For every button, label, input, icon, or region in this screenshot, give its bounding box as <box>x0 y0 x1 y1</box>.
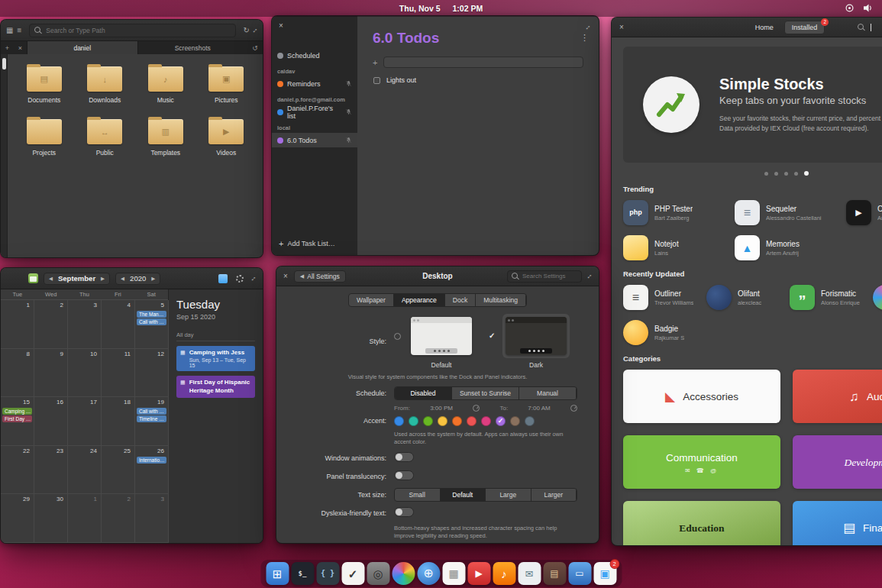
event-chip[interactable]: The Man… <box>137 311 166 318</box>
refresh-icon[interactable]: ↻ <box>244 26 250 34</box>
tasklist-item[interactable]: local <box>272 123 357 133</box>
close-window-icon[interactable]: × <box>283 272 288 280</box>
category-card[interactable]: ♫ Audio <box>793 370 882 423</box>
accent-color-swatch[interactable] <box>394 416 404 426</box>
calendar-day-cell[interactable]: 26 Internatio… <box>135 446 169 495</box>
carousel-dot[interactable] <box>794 172 798 176</box>
app-list-item[interactable]: php PHP TesterBart Zaalberg <box>623 200 727 225</box>
tasklist-item[interactable]: caldav <box>272 66 357 76</box>
tasklist-item[interactable]: Scheduled <box>272 48 357 63</box>
new-task-input[interactable] <box>383 57 583 68</box>
expand-window-icon[interactable]: ↕ <box>584 23 593 31</box>
agenda-event-card[interactable]: First Day of Hispanic Heritage Month <box>176 376 255 398</box>
folder-item[interactable]: Projects <box>15 119 73 157</box>
calendar-day-cell[interactable]: 10 <box>68 349 102 398</box>
calendar-day-cell[interactable]: 16 <box>34 397 68 446</box>
calendar-day-cell[interactable]: 30 <box>34 494 68 543</box>
calendar-day-cell[interactable]: 9 <box>34 349 68 398</box>
calendar-day-cell[interactable]: 2 <box>102 494 135 543</box>
close-window-icon[interactable]: × <box>619 23 624 31</box>
category-card[interactable]: ▤ Finance <box>793 501 882 546</box>
style-option[interactable]: Dark <box>489 314 570 369</box>
accent-color-swatch[interactable] <box>452 416 462 426</box>
dock-music-icon[interactable]: ♪ <box>493 562 515 585</box>
app-list-item[interactable]: NotejotLains <box>623 235 727 260</box>
text-size-option[interactable]: Larger <box>531 489 577 501</box>
settings-tab[interactable]: Multitasking <box>476 294 526 306</box>
settings-tab[interactable]: Dock <box>445 294 476 306</box>
dock-web-icon[interactable]: ⊕ <box>417 562 440 585</box>
style-option[interactable]: Default <box>394 314 475 369</box>
prev-year-icon[interactable]: ◀ <box>119 274 126 283</box>
dock-mail-icon[interactable]: ✉ <box>518 562 541 585</box>
files-pathbar[interactable] <box>29 24 235 37</box>
panel-translucency-toggle[interactable] <box>394 470 414 480</box>
grid-view-icon[interactable]: ▦ <box>6 26 13 34</box>
calendar-day-cell[interactable]: 19 Call with … Timeline … <box>135 397 169 446</box>
files-tab[interactable]: Screenshots <box>137 41 248 54</box>
carousel-dot[interactable] <box>774 172 778 176</box>
schedule-option[interactable]: Disabled <box>395 387 452 399</box>
settings-tab[interactable]: Appearance <box>394 294 445 306</box>
expand-window-icon[interactable]: ↕ <box>586 272 594 280</box>
carousel-dot[interactable] <box>784 172 788 176</box>
settings-search[interactable] <box>507 270 582 283</box>
appcenter-nav-tab[interactable]: Home <box>748 21 780 34</box>
indicator-status-icon[interactable] <box>845 2 854 15</box>
calendar-day-cell[interactable]: 11 <box>102 349 135 398</box>
prev-month-icon[interactable]: ◀ <box>47 274 54 283</box>
app-list-item[interactable]: BadgieRajkumar S <box>623 320 700 345</box>
tasklist-item[interactable]: 6.0 Todos <box>272 133 357 147</box>
accent-color-swatch[interactable] <box>467 416 477 426</box>
from-time-value[interactable]: 3:00 PM <box>430 405 453 412</box>
tasklist-item[interactable]: Reminders <box>272 76 357 91</box>
calendar-day-cell[interactable]: 3 <box>68 300 102 349</box>
dock-screenshot-icon[interactable]: ▭ <box>568 562 591 585</box>
settings-tab[interactable]: Wallpaper <box>349 294 394 306</box>
tab-history-icon[interactable]: ↺ <box>247 44 263 52</box>
calendar-day-cell[interactable]: 24 <box>68 446 102 495</box>
accent-color-swatch[interactable] <box>409 416 418 426</box>
carousel-dot[interactable] <box>804 171 809 176</box>
dock-tasks-icon[interactable]: ✓ <box>341 562 364 585</box>
dock-multitasking-icon[interactable]: ⊞ <box>266 562 289 585</box>
close-tab-button[interactable]: × <box>14 44 27 52</box>
app-list-item[interactable]: ≡ SequelerAlessandro Castellani <box>735 200 838 225</box>
files-path-input[interactable] <box>46 27 230 34</box>
dock-camera-icon[interactable]: ◎ <box>367 562 389 585</box>
accent-color-swatch[interactable] <box>481 416 491 426</box>
category-card[interactable]: Communication ✉ ☎ @ <box>623 435 780 489</box>
folder-item[interactable]: ▶ Videos <box>198 119 256 157</box>
sound-icon[interactable] <box>864 2 873 15</box>
event-chip[interactable]: Call with … <box>137 318 166 325</box>
carousel-dot[interactable] <box>764 172 768 176</box>
event-chip[interactable]: First Day … <box>2 415 32 422</box>
accent-color-swatch[interactable] <box>525 416 535 426</box>
list-view-icon[interactable]: ≡ <box>17 26 21 34</box>
files-sidebar-collapsed[interactable] <box>1 54 8 257</box>
app-list-item[interactable]: ≡ OutlinerTrevor Williams <box>623 285 700 310</box>
dock-appcenter-icon[interactable] <box>392 562 415 585</box>
event-chip[interactable]: Timeline … <box>137 415 166 422</box>
window-animations-toggle[interactable] <box>394 452 414 462</box>
event-chip[interactable]: Call with … <box>137 408 166 415</box>
text-size-option[interactable]: Small <box>395 489 441 501</box>
gear-icon[interactable] <box>236 275 244 283</box>
dyslexia-toggle[interactable] <box>394 507 414 517</box>
calendar-day-cell[interactable]: 18 <box>102 397 135 446</box>
app-list-item[interactable] <box>873 285 882 310</box>
folder-item[interactable]: ↓ Downloads <box>76 66 134 104</box>
calendar-day-cell[interactable]: 23 <box>34 446 68 495</box>
style-radio[interactable] <box>394 333 401 340</box>
folder-item[interactable]: ♪ Music <box>137 66 195 104</box>
folder-item[interactable]: ▤ Documents <box>15 66 73 104</box>
today-icon[interactable] <box>218 274 228 283</box>
text-size-option[interactable]: Large <box>486 489 531 501</box>
appcenter-search[interactable] <box>858 24 871 31</box>
calendar-day-cell[interactable]: 25 <box>102 446 135 495</box>
kebab-menu-icon[interactable]: ⋮ <box>580 33 589 43</box>
tasklist-item[interactable]: Daniel.P.Fore's list <box>272 105 357 119</box>
text-size-option[interactable]: Default <box>441 489 486 501</box>
expand-window-icon[interactable]: ↕ <box>250 274 258 283</box>
calendar-day-cell[interactable]: 1 <box>1 300 34 349</box>
